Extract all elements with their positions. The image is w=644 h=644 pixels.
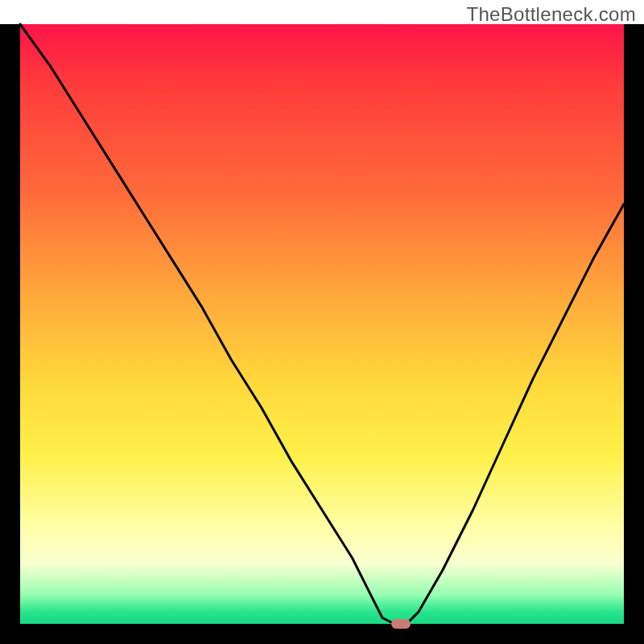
- watermark-text: TheBottleneck.com: [466, 3, 636, 26]
- chart-plot-area: [20, 24, 624, 624]
- bottleneck-curve: [20, 24, 624, 624]
- chart-frame: [0, 24, 644, 644]
- curve-path: [20, 24, 624, 624]
- optimal-marker: [391, 619, 411, 629]
